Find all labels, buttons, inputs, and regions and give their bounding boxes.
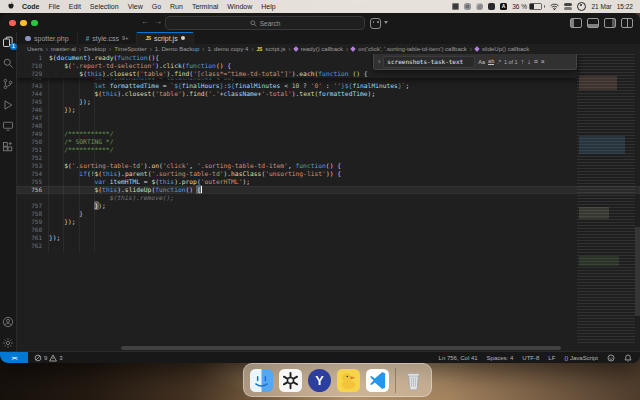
menu-item-help[interactable]: Help	[261, 3, 275, 10]
toggle-panel-icon[interactable]	[587, 18, 599, 29]
encoding[interactable]: UTF-8	[522, 355, 539, 361]
prev-match-icon[interactable]: ↑	[521, 58, 525, 65]
find-input[interactable]	[383, 56, 475, 68]
run-debug-icon[interactable]	[2, 99, 14, 111]
cursor-position[interactable]: Ln 756, Col 41	[439, 355, 478, 361]
yandex-browser-dock-icon[interactable]: Y	[308, 369, 331, 392]
menu-items: CodeFileEditSelectionViewGoRunTerminalWi…	[22, 3, 276, 10]
breadcrumb-item[interactable]: on('click', '.sorting-table-td-item') ca…	[358, 46, 467, 52]
breadcrumb-item[interactable]: script.js	[265, 46, 285, 52]
breadcrumb-item[interactable]: ready() callback	[301, 46, 343, 52]
user-switch-icon[interactable]	[577, 2, 586, 11]
menu-item-terminal[interactable]: Terminal	[192, 3, 218, 10]
editor-layout-icon[interactable]	[621, 18, 633, 29]
code-line: 745 });	[17, 98, 640, 106]
code-editor[interactable]: 742 let finalMinutes = totalMinutes % 60…	[17, 54, 640, 352]
app-status-icon[interactable]	[476, 3, 483, 10]
whole-word-icon[interactable]: ab	[488, 58, 494, 65]
copilot-icon[interactable]	[370, 18, 381, 29]
minimap[interactable]	[577, 54, 635, 344]
app-status-icon[interactable]	[488, 3, 495, 10]
ghost-suggestion-line: $(this).remove();	[17, 194, 640, 202]
search-icon[interactable]	[2, 57, 14, 69]
code-lines[interactable]: 742 let finalMinutes = totalMinutes % 60…	[17, 54, 640, 250]
explorer-badge: 1	[10, 43, 17, 50]
breadcrumb-separator: ›	[251, 46, 253, 53]
zoom-window-button[interactable]	[31, 20, 38, 27]
unsaved-dot-icon[interactable]	[181, 36, 185, 40]
command-center-search[interactable]: Search	[165, 16, 365, 30]
code-line: 755 var itemHTML = $(this).prop('outerHT…	[17, 178, 640, 186]
explorer-icon[interactable]: 1	[2, 36, 14, 48]
warnings-icon	[49, 354, 57, 362]
next-match-icon[interactable]: ↓	[527, 58, 531, 65]
vertical-scrollbar[interactable]	[635, 227, 640, 316]
remote-indicator[interactable]: ><	[0, 352, 28, 363]
breadcrumb-item[interactable]: 1. Demo Backup	[155, 46, 199, 52]
apple-menu-icon[interactable]	[7, 2, 15, 11]
remote-explorer-icon[interactable]	[2, 120, 14, 132]
breadcrumb-item[interactable]: TimeSpotter	[114, 46, 146, 52]
vscode-dock-icon[interactable]	[366, 369, 389, 392]
symbol-method-icon	[474, 46, 480, 52]
menu-item-selection[interactable]: Selection	[90, 3, 119, 10]
chevron-collapse-icon[interactable]: ›	[378, 58, 380, 65]
menu-item-go[interactable]: Go	[152, 3, 161, 10]
app-status-icon[interactable]	[464, 3, 471, 10]
battery-icon	[529, 3, 542, 11]
menu-item-view[interactable]: View	[128, 3, 143, 10]
cyberduck-dock-icon[interactable]	[337, 369, 360, 392]
problems-indicator[interactable]: 9 3	[34, 354, 63, 362]
menu-item-run[interactable]: Run	[170, 3, 183, 10]
status-bar-right: Ln 756, Col 41 Spaces: 4 UTF-8 LF {} Jav…	[439, 354, 640, 362]
finder-dock-icon[interactable]	[250, 369, 273, 392]
tab-style.css[interactable]: #style.css9+	[78, 32, 138, 44]
close-window-button[interactable]	[9, 20, 16, 27]
close-icon[interactable]: ×	[541, 58, 545, 65]
eol-sequence[interactable]: LF	[548, 355, 555, 361]
toggle-secondary-sidebar-icon[interactable]	[604, 18, 616, 29]
code-line: 743 let formattedTime = `${finalHours}:$…	[17, 82, 640, 90]
accounts-icon[interactable]	[2, 316, 14, 328]
trash-dock-icon[interactable]	[402, 369, 425, 392]
battery-indicator[interactable]: 36 %	[512, 3, 545, 11]
menu-bar-date[interactable]: 21 Mar	[591, 3, 611, 10]
breadcrumb-item[interactable]: master-al	[51, 46, 76, 52]
menu-item-edit[interactable]: Edit	[69, 3, 81, 10]
tab-script.js[interactable]: JSscript.js	[137, 32, 193, 44]
find-in-selection-icon[interactable]: ≡	[534, 58, 538, 65]
menu-bar-time[interactable]: 15:22	[617, 3, 633, 10]
macos-menu-bar: CodeFileEditSelectionViewGoRunTerminalWi…	[0, 0, 640, 13]
breadcrumb-separator: ›	[109, 46, 111, 53]
nav-history-arrows[interactable]: ←→	[141, 17, 167, 26]
app-status-icon[interactable]	[452, 3, 459, 10]
breadcrumb-item[interactable]: Users	[27, 46, 43, 52]
chatgpt-dock-icon[interactable]	[279, 369, 302, 392]
match-case-icon[interactable]: Aa	[478, 59, 485, 65]
input-source-icon[interactable]: A	[500, 3, 507, 10]
breadcrumb-item[interactable]: Desktop	[84, 46, 106, 52]
activity-bar-spacer	[2, 162, 14, 307]
menu-item-window[interactable]: Window	[227, 3, 252, 10]
regex-icon[interactable]: .*	[497, 59, 501, 65]
tab-spotter.php[interactable]: spotter.php	[17, 32, 78, 44]
settings-gear-icon[interactable]	[2, 337, 14, 349]
minimize-window-button[interactable]	[20, 20, 27, 27]
code-line: 759 });	[17, 218, 640, 226]
php-file-icon	[25, 36, 31, 41]
source-control-icon[interactable]	[2, 78, 14, 90]
vscode-titlebar: ←→ Search	[0, 13, 640, 33]
breadcrumb-item[interactable]: slideUp() callback	[482, 46, 529, 52]
indentation[interactable]: Spaces: 4	[487, 355, 514, 361]
extensions-icon[interactable]	[2, 141, 14, 153]
error-count: 9	[44, 355, 47, 361]
toggle-sidebar-icon[interactable]	[570, 18, 582, 29]
menu-item-file[interactable]: File	[49, 3, 60, 10]
menu-item-code[interactable]: Code	[22, 3, 40, 10]
breadcrumb-item[interactable]: 1. demo copy 4	[207, 46, 248, 52]
control-center-icon[interactable]	[564, 3, 572, 10]
wifi-icon[interactable]	[550, 3, 559, 11]
horizontal-scrollbar[interactable]	[121, 346, 561, 350]
code-line: 746 });	[17, 106, 640, 114]
language-mode[interactable]: {} JavaScript	[564, 355, 598, 361]
